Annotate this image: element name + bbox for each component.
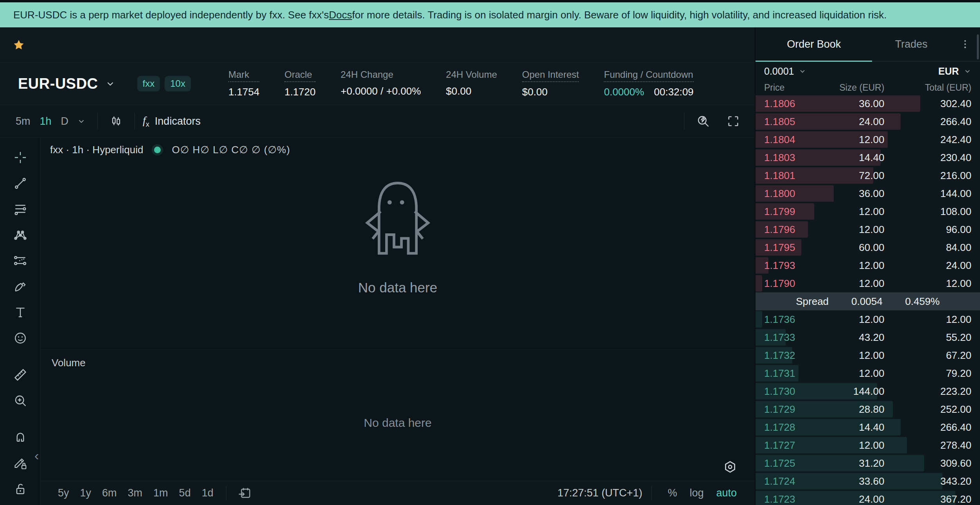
range-button-3m[interactable]: 3m — [122, 485, 148, 501]
size-cell: 12.00 — [822, 206, 884, 218]
ask-row[interactable]: 1.180524.00266.40 — [756, 113, 980, 131]
chevron-down-icon — [105, 79, 115, 89]
deployer-badge[interactable]: fxx — [137, 76, 160, 91]
unlock-icon[interactable] — [9, 478, 32, 500]
tick-size-dropdown[interactable]: 0.0001 — [764, 66, 806, 77]
crosshair-icon[interactable] — [9, 146, 32, 169]
range-button-6m[interactable]: 6m — [97, 485, 122, 501]
interval-chevron-down-icon[interactable] — [73, 115, 90, 128]
range-button-1d[interactable]: 1d — [196, 485, 219, 501]
clock-timezone[interactable]: 17:27:51 (UTC+1) — [558, 487, 643, 499]
text-icon[interactable] — [9, 301, 32, 324]
total-cell: 230.40 — [884, 152, 971, 164]
chart-body: ‹ fxx · 1h · Hyperliquid O∅ H∅ L∅ C∅ ∅ (… — [0, 138, 755, 505]
scrollbar-thumb[interactable] — [977, 34, 979, 59]
leverage-badge[interactable]: 10x — [165, 76, 191, 91]
eye-icon[interactable] — [9, 503, 32, 505]
brush-icon[interactable] — [9, 275, 32, 298]
magnet-icon[interactable] — [9, 426, 32, 449]
interval-5m[interactable]: 5m — [11, 113, 35, 130]
bid-row[interactable]: 1.172531.20309.60 — [756, 454, 980, 472]
chevron-down-icon — [799, 67, 806, 75]
toolbar-divider — [135, 113, 135, 129]
percent-scale-button[interactable]: % — [661, 485, 683, 501]
price-cell: 1.1805 — [764, 116, 822, 128]
range-button-5y[interactable]: 5y — [52, 485, 75, 501]
price-cell: 1.1724 — [764, 475, 822, 487]
ask-row[interactable]: 1.179612.0096.00 — [756, 220, 980, 238]
quick-search-icon[interactable] — [692, 112, 714, 131]
trend-line-icon[interactable] — [9, 172, 32, 195]
chart-main: fxx · 1h · Hyperliquid O∅ H∅ L∅ C∅ ∅ (∅%… — [41, 138, 755, 505]
ask-row[interactable]: 1.179012.0012.00 — [756, 274, 980, 292]
ask-row[interactable]: 1.180412.00242.40 — [756, 131, 980, 149]
range-button-1y[interactable]: 1y — [75, 485, 97, 501]
ask-row[interactable]: 1.180314.40230.40 — [756, 149, 980, 167]
bid-row[interactable]: 1.172433.60343.20 — [756, 472, 980, 490]
size-cell: 12.00 — [822, 439, 884, 451]
range-button-5d[interactable]: 5d — [174, 485, 196, 501]
volume-pane[interactable]: Volume No data here — [41, 349, 755, 481]
bid-row[interactable]: 1.172712.00278.40 — [756, 436, 980, 454]
funding-countdown: 00:32:09 — [654, 86, 693, 98]
size-cell: 12.00 — [822, 367, 884, 380]
price-pane[interactable]: fxx · 1h · Hyperliquid O∅ H∅ L∅ C∅ ∅ (∅%… — [41, 138, 755, 349]
symbol-selector[interactable]: EUR-USDC — [18, 75, 115, 92]
ruler-icon[interactable] — [9, 364, 32, 386]
unit-dropdown[interactable]: EUR — [938, 66, 971, 77]
kebab-menu-icon[interactable] — [950, 27, 980, 61]
left-column: EUR-USDC fxx 10x Mark 1.1754 Oracle — [0, 27, 755, 505]
size-cell: 24.00 — [822, 493, 884, 505]
collapse-toolbar-icon[interactable]: ‹ — [34, 449, 39, 462]
bid-row[interactable]: 1.1730144.00223.20 — [756, 382, 980, 400]
log-scale-button[interactable]: log — [683, 485, 710, 501]
spread-label: Spread — [796, 295, 829, 308]
interval-1h[interactable]: 1h — [35, 113, 56, 130]
toolbar-divider — [97, 113, 98, 129]
ask-row[interactable]: 1.179912.00108.00 — [756, 202, 980, 220]
indicators-button[interactable]: fx Indicators — [143, 114, 201, 129]
bid-row[interactable]: 1.173112.0079.20 — [756, 364, 980, 382]
tab-order-book[interactable]: Order Book — [756, 27, 872, 61]
symbol-badges: fxx 10x — [137, 76, 191, 91]
interval-1d[interactable]: D — [56, 113, 74, 130]
xabcd-pattern-icon[interactable] — [9, 224, 32, 246]
ask-row[interactable]: 1.179560.0084.00 — [756, 238, 980, 256]
chart-settings-gear-icon[interactable] — [723, 460, 738, 475]
spread-value: 0.0054 — [851, 295, 883, 308]
ask-row[interactable]: 1.180636.00302.40 — [756, 95, 980, 113]
total-cell: 266.40 — [884, 116, 971, 128]
ask-row[interactable]: 1.180172.00216.00 — [756, 167, 980, 184]
horizontal-lines-icon[interactable] — [9, 198, 32, 220]
ask-row[interactable]: 1.180036.00144.00 — [756, 184, 980, 202]
no-data-placeholder: No data here — [41, 131, 755, 342]
emoji-icon[interactable] — [9, 327, 32, 349]
price-cell: 1.1728 — [764, 421, 822, 433]
stat-oracle: Oracle 1.1720 — [284, 69, 316, 98]
bid-row[interactable]: 1.173212.0067.20 — [756, 346, 980, 364]
drawing-lock-icon[interactable] — [9, 452, 32, 475]
size-cell: 43.20 — [822, 331, 884, 344]
price-cell: 1.1730 — [764, 385, 822, 398]
bid-row[interactable]: 1.172928.80252.00 — [756, 400, 980, 418]
ask-row[interactable]: 1.179312.0024.00 — [756, 256, 980, 274]
tab-trades[interactable]: Trades — [872, 27, 950, 61]
projection-icon[interactable] — [9, 249, 32, 272]
bid-row[interactable]: 1.172814.40266.40 — [756, 418, 980, 436]
total-cell: 79.20 — [884, 367, 971, 380]
total-cell: 12.00 — [884, 313, 971, 326]
favorite-star-icon[interactable] — [13, 39, 25, 51]
candlestick-style-icon[interactable] — [106, 112, 127, 130]
zoom-in-icon[interactable] — [9, 389, 32, 412]
go-to-date-icon[interactable] — [233, 484, 255, 503]
auto-scale-button[interactable]: auto — [710, 485, 743, 501]
range-button-1m[interactable]: 1m — [148, 485, 174, 501]
bid-row[interactable]: 1.173612.0012.00 — [756, 310, 980, 328]
bid-row[interactable]: 1.173343.2055.20 — [756, 328, 980, 346]
spread-row: Spread 0.0054 0.459% — [756, 292, 980, 310]
fullscreen-icon[interactable] — [723, 112, 744, 130]
size-cell: 28.80 — [822, 403, 884, 415]
total-cell: 309.60 — [884, 457, 971, 469]
docs-link[interactable]: Docs — [329, 9, 352, 21]
bid-row[interactable]: 1.172324.00367.20 — [756, 490, 980, 505]
